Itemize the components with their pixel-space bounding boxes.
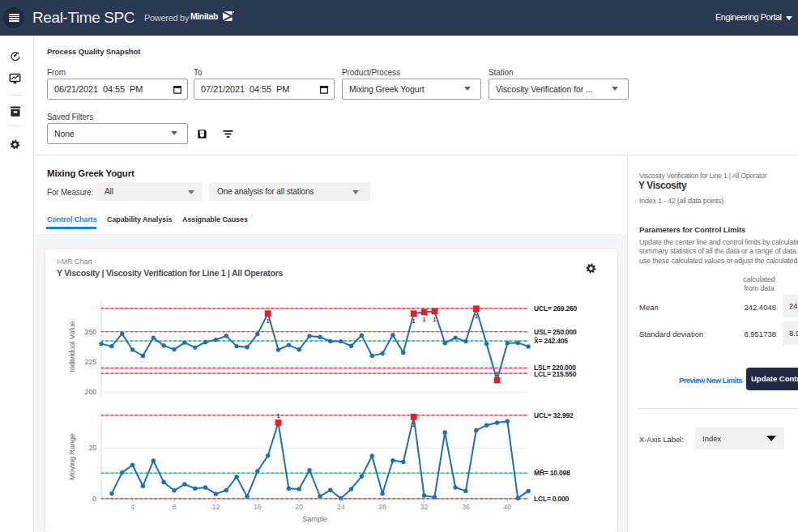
- svg-text:1: 1: [412, 421, 416, 428]
- svg-text:1: 1: [422, 316, 425, 323]
- svg-text:225: 225: [85, 358, 96, 366]
- svg-text:250: 250: [85, 328, 96, 336]
- svg-text:1: 1: [412, 317, 416, 325]
- svg-text:LCL= 215.550: LCL= 215.550: [534, 370, 577, 378]
- svg-text:16: 16: [254, 503, 262, 511]
- svg-text:UCL= 269.260: UCL= 269.260: [534, 304, 578, 313]
- svg-text:4: 4: [130, 503, 134, 511]
- svg-text:20: 20: [89, 444, 97, 452]
- svg-text:200: 200: [85, 388, 96, 396]
- svg-text:8: 8: [173, 503, 177, 511]
- svg-text:12: 12: [212, 503, 220, 511]
- svg-text:Sample: Sample: [302, 515, 327, 523]
- svg-text:Individual Value: Individual Value: [68, 321, 76, 372]
- svg-text:X̄= 242.405: X̄= 242.405: [534, 337, 568, 345]
- svg-text:40: 40: [504, 503, 512, 511]
- svg-text:1: 1: [267, 317, 270, 325]
- svg-text:24: 24: [337, 503, 345, 511]
- svg-text:1: 1: [495, 370, 498, 377]
- svg-text:UCL= 32.992: UCL= 32.992: [534, 411, 574, 419]
- svg-text:36: 36: [462, 503, 470, 511]
- svg-text:32: 32: [420, 503, 429, 511]
- svg-text:USL= 250.000: USL= 250.000: [534, 328, 577, 336]
- svg-text:20: 20: [295, 503, 303, 511]
- svg-text:1: 1: [276, 412, 280, 419]
- svg-text:1: 1: [475, 313, 478, 320]
- svg-text:1: 1: [433, 316, 436, 323]
- svg-text:0: 0: [92, 495, 96, 503]
- svg-text:LCL= 0.000: LCL= 0.000: [534, 495, 570, 503]
- svg-text:Moving Range: Moving Range: [68, 433, 76, 480]
- svg-text:28: 28: [378, 503, 386, 511]
- svg-text:M̄R̄= 10.098: M̄R̄= 10.098: [534, 469, 570, 477]
